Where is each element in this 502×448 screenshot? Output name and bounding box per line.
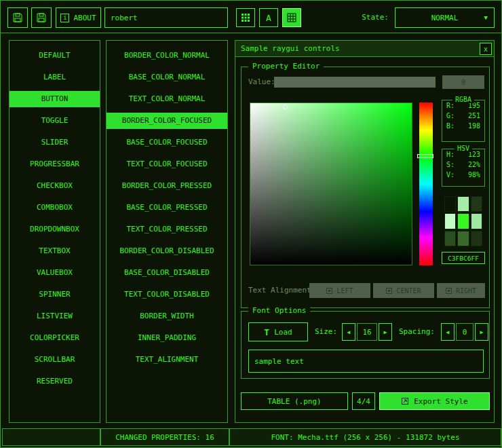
- property-item[interactable]: BASE_COLOR_FOCUSED: [107, 134, 227, 151]
- hue-selector[interactable]: [417, 154, 433, 158]
- property-item[interactable]: INNER_PADDING: [107, 330, 227, 346]
- controls-item[interactable]: COLORPICKER: [9, 330, 100, 346]
- floppy-icon: [36, 12, 47, 23]
- property-item[interactable]: BORDER_COLOR_DISABLED: [107, 243, 227, 259]
- controls-item[interactable]: PROGRESSBAR: [9, 156, 100, 172]
- table-icon: [287, 13, 296, 22]
- status-cell-empty: [2, 428, 100, 446]
- state-dropdown[interactable]: NORMAL ▼: [395, 7, 495, 28]
- property-item-selected[interactable]: BORDER_COLOR_FOCUSED: [107, 113, 227, 129]
- toolbar: i ABOUT A Stat: [1, 1, 501, 33]
- export-style-label: Export Style: [414, 397, 467, 406]
- color-swatch[interactable]: [457, 213, 469, 229]
- controls-item[interactable]: SLIDER: [9, 134, 100, 151]
- property-item[interactable]: TEXT_COLOR_PRESSED: [107, 221, 227, 238]
- color-swatch[interactable]: [457, 231, 469, 246]
- property-item[interactable]: BASE_COLOR_NORMAL: [107, 69, 227, 86]
- size-label: Size:: [315, 327, 337, 336]
- load-style-button[interactable]: [7, 7, 28, 28]
- chevron-left-icon: ◀: [347, 329, 351, 335]
- font-a-icon: A: [266, 13, 271, 23]
- value-label: Value:: [248, 77, 275, 86]
- align-center-icon: [386, 288, 392, 294]
- color-picker-cursor[interactable]: [283, 105, 288, 109]
- controls-item[interactable]: TEXTBOX: [9, 243, 100, 259]
- font-options-group-label: Font Options: [248, 306, 310, 315]
- load-font-button[interactable]: T Load: [248, 322, 308, 341]
- controls-item[interactable]: VALUEBOX: [9, 265, 100, 281]
- color-swatch[interactable]: [444, 213, 456, 229]
- floppy-icon: [12, 12, 23, 23]
- h-label: H:: [446, 149, 455, 160]
- controls-item[interactable]: LISTVIEW: [9, 308, 100, 324]
- align-right-icon: [446, 288, 452, 294]
- property-item[interactable]: TEXT_COLOR_DISABLED: [107, 286, 227, 303]
- controls-item[interactable]: DEFAULT: [9, 48, 100, 64]
- window-titlebar[interactable]: Sample raygui controls x: [235, 41, 494, 57]
- property-item[interactable]: BASE_COLOR_PRESSED: [107, 200, 227, 216]
- status-changed-properties: CHANGED PROPERTIES: 16: [100, 428, 229, 446]
- sample-controls-window: Sample raygui controls x Property Editor…: [235, 40, 495, 423]
- status-bar: CHANGED PROPERTIES: 16 FONT: Mecha.ttf (…: [1, 428, 501, 447]
- controls-item[interactable]: LABEL: [9, 69, 100, 86]
- align-right-button[interactable]: RIGHT: [437, 283, 485, 298]
- export-style-button[interactable]: Export Style: [379, 392, 490, 410]
- properties-listview: BORDER_COLOR_NORMAL BASE_COLOR_NORMAL TE…: [106, 40, 228, 423]
- property-item[interactable]: BORDER_COLOR_NORMAL: [107, 48, 227, 64]
- color-swatch[interactable]: [444, 196, 456, 212]
- controls-item[interactable]: CHECKBOX: [9, 178, 100, 194]
- color-swatch[interactable]: [471, 196, 482, 212]
- color-swatch[interactable]: [444, 231, 456, 246]
- color-picker-panel[interactable]: [250, 102, 412, 265]
- property-item[interactable]: TEXT_ALIGNMENT: [107, 352, 227, 368]
- hue-bar[interactable]: [419, 102, 433, 265]
- size-decrease-button[interactable]: ◀: [342, 323, 355, 341]
- controls-item[interactable]: SCROLLBAR: [9, 352, 100, 368]
- controls-item[interactable]: SPINNER: [9, 286, 100, 303]
- controls-item[interactable]: RESERVED: [9, 373, 100, 390]
- color-swatch[interactable]: [457, 196, 469, 212]
- hex-color-value[interactable]: C3FBC6FF: [442, 252, 485, 264]
- load-font-label: Load: [274, 328, 292, 337]
- hsv-panel: HSV H:123 S:22% V:98%: [442, 149, 485, 187]
- save-style-button[interactable]: [31, 7, 52, 28]
- font-atlas-button[interactable]: A: [259, 8, 278, 27]
- style-name-input[interactable]: [104, 7, 228, 28]
- sample-text-input[interactable]: [248, 350, 484, 373]
- about-button[interactable]: i ABOUT: [56, 7, 101, 28]
- export-format-dropdown[interactable]: TABLE (.png): [241, 392, 348, 410]
- spacing-decrease-button[interactable]: ◀: [441, 323, 455, 341]
- chevron-down-icon: ▼: [484, 14, 488, 21]
- property-item[interactable]: BORDER_WIDTH: [107, 308, 227, 324]
- controls-item-selected[interactable]: BUTTON: [9, 91, 100, 107]
- controls-item[interactable]: DROPDOWNBOX: [9, 221, 100, 238]
- size-increase-button[interactable]: ▶: [379, 323, 392, 341]
- property-item[interactable]: TEXT_COLOR_NORMAL: [107, 91, 227, 107]
- color-swatch[interactable]: [471, 231, 482, 246]
- property-item[interactable]: BORDER_COLOR_PRESSED: [107, 178, 227, 194]
- v-value: 98%: [468, 170, 480, 180]
- window-title: Sample raygui controls: [241, 44, 340, 53]
- controls-item[interactable]: COMBOBOX: [9, 200, 100, 216]
- v-label: V:: [446, 170, 455, 180]
- color-swatch[interactable]: [471, 213, 482, 229]
- property-item[interactable]: TEXT_COLOR_FOCUSED: [107, 156, 227, 172]
- style-grid-view-button[interactable]: [236, 8, 255, 27]
- grid-icon: [241, 13, 250, 22]
- b-label: B:: [446, 121, 455, 131]
- style-color-swatches: [444, 196, 482, 246]
- align-left-button[interactable]: LEFT: [309, 283, 370, 298]
- close-window-button[interactable]: x: [480, 43, 492, 55]
- value-slider[interactable]: [274, 77, 436, 88]
- value-button[interactable]: 0: [442, 75, 484, 89]
- spacing-label: Spacing:: [399, 327, 435, 336]
- size-value[interactable]: 16: [357, 323, 377, 341]
- controls-item[interactable]: TOGGLE: [9, 113, 100, 129]
- style-table-button[interactable]: [282, 8, 301, 27]
- align-center-button[interactable]: CENTER: [373, 283, 434, 298]
- controls-listview: DEFAULT LABEL BUTTON TOGGLE SLIDER PROGR…: [9, 40, 100, 423]
- spacing-increase-button[interactable]: ▶: [475, 323, 488, 341]
- spacing-value[interactable]: 0: [456, 323, 474, 341]
- property-item[interactable]: BASE_COLOR_DISABLED: [107, 265, 227, 281]
- property-editor-group-label: Property Editor: [248, 62, 324, 71]
